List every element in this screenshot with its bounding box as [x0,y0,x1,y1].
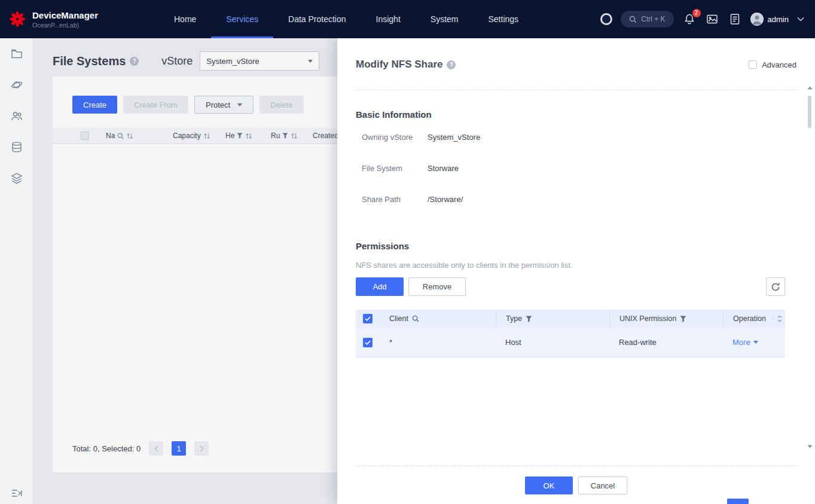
nav-settings[interactable]: Settings [473,0,533,38]
nav-data-protection[interactable]: Data Protection [273,0,361,38]
cancel-button[interactable]: Cancel [578,476,627,494]
advanced-checkbox[interactable] [749,60,757,69]
hidden-floating-button[interactable] [727,499,749,504]
field-label: Share Path [362,194,428,206]
permissions-table-header: Client Type UNIX Permission [356,310,785,328]
sort-icon[interactable] [126,133,133,139]
column-unix-permission[interactable]: UNIX Permission [609,310,723,328]
tasks-button[interactable] [728,12,742,26]
notifications-button[interactable]: 2 [682,12,697,26]
column-capacity-label: Capacity [173,132,201,140]
column-operation[interactable]: Operation [723,310,773,328]
app-subtitle: OceanP...enLab) [32,22,98,29]
nav-services[interactable]: Services [211,0,273,38]
column-client-label: Client [389,314,408,323]
storage-pools-icon[interactable] [11,141,23,153]
nav-system[interactable]: System [416,0,474,38]
messages-button[interactable] [705,12,719,26]
field-value: Storware [428,163,459,175]
filter-icon[interactable] [680,316,686,322]
field-label: File System [362,163,428,175]
column-client[interactable]: Client [380,310,496,328]
top-bar: DeviceManager OceanP...enLab) Home Servi… [0,0,815,38]
refresh-icon [771,282,780,292]
vstore-label: vStore [161,55,193,68]
column-unix-permission-label: UNIX Permission [619,314,676,323]
column-running-status[interactable]: Ru [271,132,313,140]
permissions-toolbar: Add Remove [356,277,466,296]
column-health[interactable]: He [225,132,271,140]
sort-icon[interactable] [245,133,252,139]
help-icon[interactable]: ? [447,60,456,69]
resources-icon[interactable] [11,79,23,91]
global-search[interactable]: Ctrl + K [621,11,673,28]
remove-button[interactable]: Remove [408,277,466,296]
nav-home[interactable]: Home [159,0,211,38]
main-nav: Home Services Data Protection Insight Sy… [159,0,533,38]
sort-icon[interactable] [203,133,210,139]
pagination-next-button[interactable] [194,441,209,456]
ok-button[interactable]: OK [525,476,573,494]
fs-table-footer: Total: 0, Selected: 0 1 [72,441,209,456]
brand[interactable]: DeviceManager OceanP...enLab) [0,10,135,29]
total-selected-text: Total: 0, Selected: 0 [72,444,141,453]
image-icon [706,13,718,25]
scroll-up-icon[interactable] [807,86,813,90]
cell-client: * [380,328,496,357]
permissions-table: Client Type UNIX Permission [356,310,785,358]
vstore-select[interactable]: System_vStore [200,51,319,71]
panel-scrollbar[interactable] [806,86,813,448]
column-capacity[interactable]: Capacity [173,132,225,140]
search-icon[interactable] [117,133,124,139]
add-button[interactable]: Add [356,277,404,296]
filter-icon[interactable] [526,316,532,322]
notification-badge: 2 [692,8,701,18]
search-icon[interactable] [412,315,419,322]
filter-icon[interactable] [282,133,288,139]
pagination-page-1[interactable]: 1 [172,441,186,456]
create-from-button[interactable]: Create From [123,96,188,114]
more-button[interactable]: More [732,338,758,347]
delete-button[interactable]: Delete [260,96,304,114]
chevron-down-icon [237,103,242,106]
scroll-down-icon[interactable] [807,445,813,448]
select-all-checkbox-checked[interactable] [363,314,373,323]
app-title: DeviceManager [32,10,98,20]
nav-insight[interactable]: Insight [361,0,416,38]
sort-icon[interactable] [291,133,298,139]
capacity-ring-icon[interactable] [600,13,612,25]
field-label: Owning vStore [362,132,428,143]
sidebar [0,38,33,504]
sidebar-collapse-icon[interactable] [11,487,23,499]
chevron-down-icon [753,341,758,344]
sidebar-icons [0,38,33,184]
username: admin [768,15,789,24]
chevron-down-icon[interactable] [797,17,804,22]
column-type-label: Type [506,314,522,323]
filter-icon[interactable] [237,133,243,139]
user-menu[interactable]: admin [750,13,789,26]
permission-row[interactable]: * Host Read-write More [356,328,785,358]
column-health-label: He [225,132,234,140]
row-checkbox-checked[interactable] [363,338,373,347]
column-name[interactable]: Na [106,132,173,140]
column-config-icon[interactable] [777,315,783,322]
column-type[interactable]: Type [496,310,609,328]
help-icon[interactable]: ? [130,57,139,66]
column-created-label: Created [313,132,338,140]
page-title: File Systems [53,54,126,68]
tiers-icon[interactable] [11,172,23,184]
clients-icon[interactable] [11,110,23,122]
file-systems-icon[interactable] [11,48,23,60]
advanced-toggle[interactable]: Advanced [749,60,796,69]
create-button[interactable]: Create [72,96,117,114]
pagination-prev-button[interactable] [149,441,163,456]
select-all-checkbox[interactable] [81,132,89,140]
refresh-button[interactable] [766,277,785,296]
field-value: System_vStore [428,132,480,143]
permissions-heading: Permissions [356,240,409,252]
protect-button[interactable]: Protect [194,96,254,114]
row-checkbox-cell [356,338,380,347]
app-root: DeviceManager OceanP...enLab) Home Servi… [0,0,815,504]
scrollbar-thumb[interactable] [808,96,811,128]
